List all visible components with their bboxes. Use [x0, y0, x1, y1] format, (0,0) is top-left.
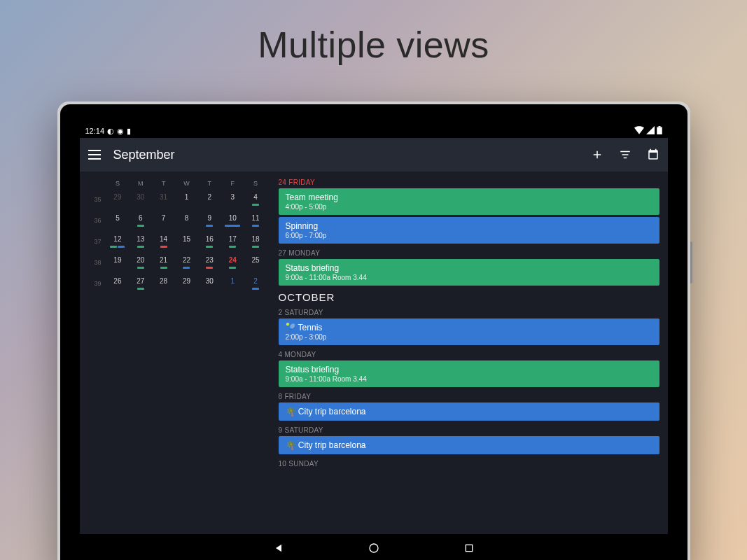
event-time: 6:00p - 7:00p	[286, 232, 652, 239]
svg-rect-1	[658, 126, 660, 127]
back-icon[interactable]	[273, 542, 284, 554]
event-time: 2:00p - 3:00p	[286, 333, 652, 341]
agenda-date-label: 2 SATURDAY	[279, 309, 659, 316]
day-cell[interactable]: 25	[244, 255, 267, 270]
day-cell[interactable]: 2	[198, 192, 221, 206]
day-cell[interactable]: 30	[198, 276, 221, 290]
agenda-date-label: 27 MONDAY	[279, 249, 659, 257]
event-item[interactable]: Status briefing 9:00a - 11:00a Room 3.44	[279, 259, 659, 286]
power-button	[690, 241, 692, 284]
screen: 12:14 ◐ ◉ ▮	[80, 124, 668, 534]
battery-icon	[657, 126, 662, 136]
status-icon: ▮	[127, 127, 131, 136]
day-cell[interactable]: 11	[244, 214, 267, 227]
day-cell[interactable]: 10	[221, 214, 244, 227]
add-icon[interactable]	[591, 148, 603, 161]
dow-header: F	[221, 180, 244, 187]
status-time: 12:14	[85, 127, 105, 135]
day-cell[interactable]: 7	[152, 214, 175, 227]
day-cell[interactable]: 15	[175, 234, 198, 248]
day-cell[interactable]: 1	[175, 192, 198, 206]
dow-header: M	[129, 180, 152, 187]
recents-icon[interactable]	[463, 542, 475, 554]
agenda-date-label: 8 FRIDAY	[279, 393, 659, 400]
week-number: 35	[90, 196, 106, 203]
day-cell[interactable]: 21	[152, 255, 175, 270]
event-item[interactable]: 🌴 City trip barcelona	[279, 402, 659, 421]
day-cell[interactable]: 13	[129, 234, 152, 248]
day-cell[interactable]: 14	[152, 234, 175, 248]
day-cell[interactable]: 9	[198, 214, 221, 227]
day-cell[interactable]: 2	[244, 276, 267, 290]
event-item[interactable]: 🎾 Tennis 2:00p - 3:00p	[279, 318, 659, 345]
event-time: 9:00a - 11:00a Room 3.44	[286, 375, 652, 383]
app-bar: September	[80, 138, 668, 172]
day-cell[interactable]: 16	[198, 234, 221, 248]
status-icon: ◉	[117, 127, 124, 136]
day-cell[interactable]: 27	[129, 276, 152, 290]
dow-header: W	[175, 180, 198, 187]
day-cell[interactable]: 28	[152, 276, 175, 290]
event-title: Team meeting	[286, 192, 652, 202]
day-cell[interactable]: 8	[175, 214, 198, 227]
svg-rect-3	[466, 545, 472, 551]
week-number: 37	[90, 238, 106, 245]
day-cell[interactable]: 22	[175, 255, 198, 270]
dow-header: S	[244, 180, 267, 187]
agenda-date-label: 4 MONDAY	[279, 351, 659, 358]
home-icon[interactable]	[368, 542, 379, 554]
content-area: S M T W T F S 35 29 30 31 1	[80, 172, 668, 534]
agenda-date-label: 24 FRIDAY	[279, 178, 659, 186]
event-title: Spinning	[286, 221, 652, 231]
day-cell[interactable]: 12	[106, 234, 130, 248]
day-cell[interactable]: 4	[244, 192, 267, 206]
dow-header: S	[106, 180, 130, 187]
dow-header: T	[152, 180, 175, 187]
day-cell[interactable]: 1	[221, 276, 244, 290]
tablet-frame: 12:14 ◐ ◉ ▮	[57, 102, 690, 560]
event-title: Status briefing	[286, 263, 652, 273]
event-item[interactable]: Status briefing 9:00a - 11:00a Room 3.44	[279, 360, 659, 387]
week-number: 38	[90, 259, 106, 266]
day-cell[interactable]: 5	[106, 214, 130, 227]
day-cell[interactable]: 29	[106, 192, 130, 206]
agenda-view[interactable]: 24 FRIDAY Team meeting 4:00p - 5:00p Spi…	[276, 172, 668, 534]
day-cell[interactable]: 19	[106, 255, 130, 270]
today-icon[interactable]	[647, 148, 659, 161]
status-bar: 12:14 ◐ ◉ ▮	[80, 124, 668, 138]
event-title: 🌴 City trip barcelona	[286, 407, 652, 416]
menu-icon[interactable]	[88, 150, 101, 160]
event-title: 🎾 Tennis	[286, 323, 652, 332]
event-time: 4:00p - 5:00p	[286, 203, 652, 211]
event-item[interactable]: Spinning 6:00p - 7:00p	[279, 217, 659, 244]
day-cell[interactable]: 30	[129, 192, 152, 206]
event-title: 🌴 City trip barcelona	[286, 440, 652, 450]
nav-bar	[80, 534, 668, 560]
svg-point-2	[370, 544, 378, 552]
day-cell[interactable]: 23	[198, 255, 221, 270]
day-cell[interactable]: 17	[221, 234, 244, 248]
day-cell[interactable]: 3	[221, 192, 244, 206]
agenda-date-label: 9 SATURDAY	[279, 426, 659, 434]
day-cell[interactable]: 31	[152, 192, 175, 206]
week-number: 39	[90, 280, 106, 287]
event-title: Status briefing	[286, 365, 652, 374]
day-cell[interactable]: 26	[106, 276, 130, 290]
event-item[interactable]: Team meeting 4:00p - 5:00p	[279, 188, 659, 215]
day-cell[interactable]: 18	[244, 234, 267, 248]
hero-title: Multiple views	[0, 0, 747, 66]
event-item[interactable]: 🌴 City trip barcelona	[279, 436, 659, 454]
agenda-date-label: 10 SUNDAY	[279, 460, 659, 468]
day-cell[interactable]: 29	[175, 276, 198, 290]
app-title: September	[113, 148, 578, 162]
day-cell[interactable]: 20	[129, 255, 152, 270]
day-cell-today[interactable]: 24	[221, 255, 244, 270]
event-time: 9:00a - 11:00a Room 3.44	[286, 274, 652, 281]
agenda-month-label: OCTOBER	[279, 291, 659, 303]
tablet-bezel: 12:14 ◐ ◉ ▮	[60, 104, 687, 560]
signal-icon	[646, 126, 655, 136]
week-number: 36	[90, 217, 106, 224]
day-cell[interactable]: 6	[129, 214, 152, 227]
filter-icon[interactable]	[619, 148, 631, 161]
status-icon: ◐	[107, 127, 114, 136]
